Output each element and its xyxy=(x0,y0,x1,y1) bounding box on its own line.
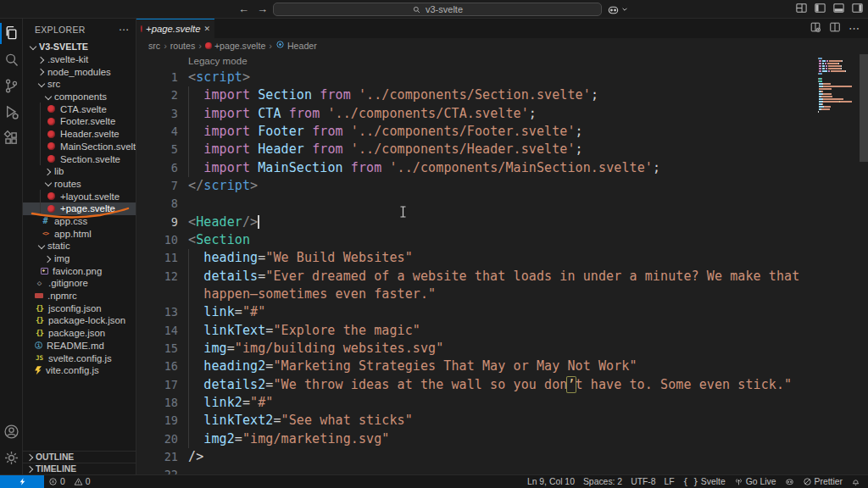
status-prettier[interactable]: Prettier xyxy=(798,475,848,488)
tree-item-vite-config-js[interactable]: vite.config.js xyxy=(23,364,136,377)
code-line[interactable]: 17 details2="We throw ideas at the wall … xyxy=(136,376,815,394)
toggle-secondary-sidebar-button[interactable] xyxy=(851,2,864,17)
command-center-search[interactable]: v3-svelte xyxy=(273,3,602,16)
status-eol[interactable]: LF xyxy=(660,475,679,488)
code-line[interactable]: 6 import MainSection from '../components… xyxy=(136,159,815,177)
tree-item-gitignore[interactable]: .gitignore xyxy=(23,277,136,290)
code-line[interactable]: 5 import Header from '../components/Head… xyxy=(136,141,815,158)
code-line[interactable]: 10<Section xyxy=(136,231,815,249)
tree-item-readme-md[interactable]: README.md xyxy=(23,340,136,352)
minimap[interactable] xyxy=(818,58,857,116)
status-copilot-status[interactable] xyxy=(781,475,798,488)
split-editor-button[interactable] xyxy=(829,21,841,36)
breadcrumb-src[interactable]: src xyxy=(148,41,160,51)
status-encoding[interactable]: UTF-8 xyxy=(626,475,659,488)
code-line[interactable]: 7</script> xyxy=(136,177,815,195)
history-back-button[interactable]: ← xyxy=(238,3,249,15)
status-indentation[interactable]: Spaces: 2 xyxy=(579,475,626,488)
codelens-legacy-mode[interactable]: Legacy mode xyxy=(188,55,248,66)
tree-item-routes[interactable]: routes xyxy=(23,178,136,191)
editor-layout-button[interactable] xyxy=(810,21,821,36)
status-remote-indicator[interactable] xyxy=(0,475,44,488)
tree-item-src[interactable]: src xyxy=(23,78,136,91)
tree-item-package-json[interactable]: package.json xyxy=(23,327,136,340)
code-line[interactable]: 16 heading2="Marketing Strategies That M… xyxy=(136,358,815,375)
tree-item-components[interactable]: components xyxy=(23,91,136,103)
activity-source-control-button[interactable] xyxy=(0,73,23,99)
tree-item-mainsection-svelte[interactable]: MainSection.svelte xyxy=(23,141,136,153)
code-line[interactable]: 19 linkText2="See what sticks" xyxy=(136,412,815,430)
tree-item-node-modules[interactable]: node_modules xyxy=(23,65,136,78)
code-line[interactable]: 20 img2="img/marketing.svg" xyxy=(136,430,815,448)
code-line[interactable]: 18 link2="#" xyxy=(136,394,815,412)
activity-explorer-button[interactable] xyxy=(0,20,23,47)
activity-settings-button[interactable] xyxy=(0,445,23,471)
code-line[interactable]: 9<Header/> xyxy=(136,214,815,231)
activity-accounts-button[interactable] xyxy=(0,419,23,445)
code-line[interactable]: 8 xyxy=(136,195,815,213)
toggle-primary-sidebar-button[interactable] xyxy=(814,2,826,17)
status-cursor-position[interactable]: Ln 9, Col 10 xyxy=(523,475,579,488)
code-line[interactable]: 21/> xyxy=(136,448,815,466)
tree-item-label: lib xyxy=(54,166,64,176)
tree-item-jsconfig-json[interactable]: jsconfig.json xyxy=(23,302,136,314)
code-line[interactable]: 3 import CTA from '../components/CTA.sve… xyxy=(136,105,815,123)
timeline-section[interactable]: TIMELINE xyxy=(23,463,136,474)
status-go-live[interactable]: Go Live xyxy=(730,475,781,488)
explorer-actions-icon[interactable]: ⋯ xyxy=(119,24,129,36)
code-line[interactable]: 2 import Section from '../components/Sec… xyxy=(136,86,815,104)
tree-item-footer-svelte[interactable]: Footer.svelte xyxy=(23,115,136,128)
code-line[interactable]: 13 link="#" xyxy=(136,303,815,321)
svelte-file-icon xyxy=(141,25,142,32)
tab-page-svelte[interactable]: +page.svelte ✕ xyxy=(136,19,214,38)
copilot-menu-button[interactable] xyxy=(607,2,628,17)
status-errors-count[interactable]: 0 xyxy=(44,475,70,488)
close-tab-icon[interactable]: ✕ xyxy=(203,25,210,33)
breadcrumb-routes[interactable]: routes xyxy=(170,41,195,51)
status-notifications[interactable] xyxy=(847,475,865,488)
code-line[interactable]: 12 details="Ever dreamed of a website th… xyxy=(136,268,815,286)
tree-item-svelte-config-js[interactable]: svelte.config.js xyxy=(23,352,136,364)
prettier-icon xyxy=(803,477,812,486)
tree-item-lib[interactable]: lib xyxy=(23,165,136,178)
breadcrumb-page-svelte[interactable]: +page.svelte xyxy=(205,41,265,51)
more-actions-icon[interactable]: ⋯ xyxy=(849,22,860,35)
tree-item-npmrc[interactable]: .npmrc xyxy=(23,290,136,302)
activity-search-button[interactable] xyxy=(0,47,23,73)
tree-item-v3-svelte[interactable]: V3-SVELTE xyxy=(23,41,136,53)
code-editor[interactable]: Legacy mode 1<script>2 import Section fr… xyxy=(136,53,868,474)
status-label: Prettier xyxy=(815,477,843,486)
tree-item-static[interactable]: static xyxy=(23,240,136,252)
tree-item-svelte-kit[interactable]: .svelte-kit xyxy=(23,53,136,66)
tree-item-cta-svelte[interactable]: CTA.svelte xyxy=(23,103,136,115)
code-line[interactable]: happen—sometimes even faster." xyxy=(136,286,815,303)
tree-item-layout-svelte[interactable]: +layout.svelte xyxy=(23,190,136,202)
breadcrumb-header[interactable]: Header xyxy=(275,40,317,51)
title-bar: ←→ v3-svelte xyxy=(0,0,868,19)
tree-item-header-svelte[interactable]: Header.svelte xyxy=(23,128,136,141)
tree-item-app-css[interactable]: app.css xyxy=(23,215,136,228)
code-line[interactable]: 14 linkText="Explore the magic" xyxy=(136,322,815,340)
status-language-mode[interactable]: { }Svelte xyxy=(679,475,730,488)
history-forward-button[interactable]: → xyxy=(257,3,268,15)
outline-section[interactable]: OUTLINE xyxy=(23,451,136,463)
code-line[interactable]: 22 xyxy=(136,466,815,474)
code-line[interactable]: 1<script> xyxy=(136,69,815,86)
code-line[interactable]: 4 import Footer from '../components/Foot… xyxy=(136,123,815,141)
tree-item-section-svelte[interactable]: Section.svelte xyxy=(23,152,136,165)
status-warnings-count[interactable]: 0 xyxy=(70,475,95,488)
activity-run-debug-button[interactable] xyxy=(0,99,23,125)
code-area: 1<script>2 import Section from '../compo… xyxy=(136,69,815,474)
code-line[interactable]: 15 img="img/building websites.svg" xyxy=(136,340,815,358)
tree-item-app-html[interactable]: app.html xyxy=(23,227,136,240)
tree-item-package-lock-json[interactable]: package-lock.json xyxy=(23,314,136,327)
tree-item-img[interactable]: img xyxy=(23,252,136,265)
code-line[interactable]: 11 heading="We Build Websites" xyxy=(136,249,815,267)
activity-extensions-button[interactable] xyxy=(0,125,23,152)
tree-item-page-svelte[interactable]: +page.svelte xyxy=(23,202,136,215)
editor-scrollbar[interactable] xyxy=(860,54,868,162)
customize-layout-button[interactable] xyxy=(795,2,808,17)
toggle-panel-button[interactable] xyxy=(832,2,845,17)
line-number: 14 xyxy=(136,322,178,340)
tree-item-favicon-png[interactable]: favicon.png xyxy=(23,264,136,277)
